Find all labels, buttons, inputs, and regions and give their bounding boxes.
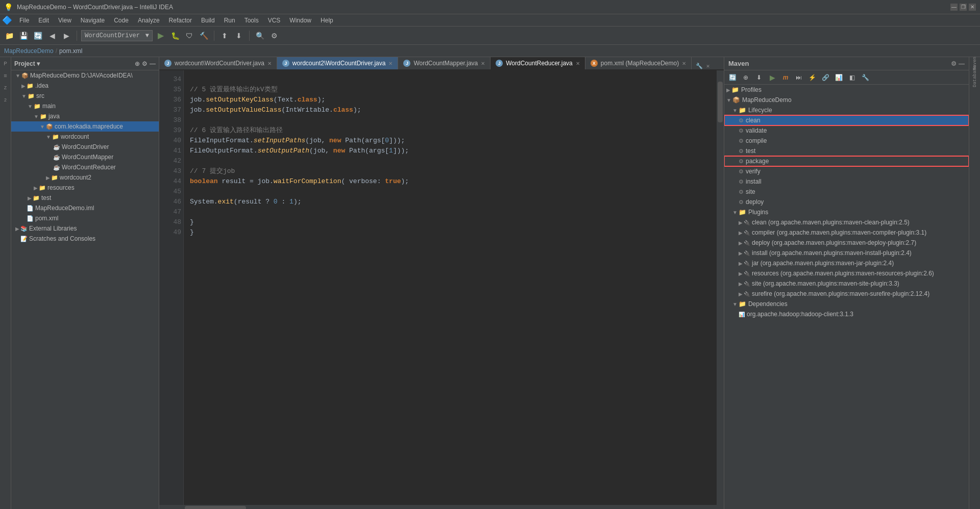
build-button[interactable]: 🔨 [198, 30, 210, 42]
maven-plugin-jar[interactable]: ▶ 🔌 jar (org.apache.maven.plugins:maven-… [724, 258, 969, 268]
project-icon[interactable]: P [1, 59, 10, 68]
maven-compile[interactable]: ⚙ compile [724, 136, 969, 146]
forward-button[interactable]: ▶ [60, 30, 72, 42]
coverage-button[interactable]: 🛡 [183, 30, 195, 42]
menu-build[interactable]: Build [197, 16, 219, 25]
tree-item-iml[interactable]: ▶ 📄 MapReduceDemo.iml [11, 203, 159, 213]
vcs-button[interactable]: ⬆ [218, 30, 231, 42]
maven-add-btn[interactable]: ⊕ [740, 71, 752, 84]
add-icon[interactable]: ⊕ [135, 60, 140, 67]
tree-item-wordcount2[interactable]: ▶ 📁 wordcount2 [11, 172, 159, 183]
menu-vcs[interactable]: VCS [264, 16, 285, 25]
tree-item-wordcount-driver[interactable]: ☕ WordCountDriver [11, 142, 159, 152]
run-config-dropdown[interactable]: WordCountDriver ▼ [81, 30, 153, 41]
vertical-scrollbar[interactable] [717, 70, 724, 505]
open-button[interactable]: 📁 [3, 30, 15, 42]
tree-item-wordcount-reducer[interactable]: ☕ WordCountReducer [11, 162, 159, 172]
maven-m-btn[interactable]: m [779, 71, 792, 84]
menu-refactor[interactable]: Refactor [165, 16, 196, 25]
tree-item-main[interactable]: ▼ 📁 main [11, 101, 159, 111]
maven-lifecycle[interactable]: ▼ 📁 Lifecycle [724, 105, 969, 115]
maven-skip-btn[interactable]: ⏭ [793, 71, 805, 84]
maven-verify[interactable]: ⚙ verify [724, 166, 969, 176]
menu-window[interactable]: Window [285, 16, 315, 25]
maven-dependencies[interactable]: ▼ 📁 Dependencies [724, 299, 969, 309]
maven-plugin-install[interactable]: ▶ 🔌 install (org.apache.maven.plugins:ma… [724, 248, 969, 258]
menu-help[interactable]: Help [316, 16, 337, 25]
tab-pom[interactable]: X pom.xml (MapReduceDemo) ✕ [585, 57, 692, 69]
tab-close-2[interactable]: ✕ [388, 61, 393, 66]
maven-run-btn[interactable]: ▶ [766, 71, 778, 84]
extra-icon[interactable]: 2 [1, 96, 10, 105]
maven-package[interactable]: ⚙ package [724, 156, 969, 166]
menu-analyze[interactable]: Analyze [134, 16, 164, 25]
update-button[interactable]: ⬇ [233, 30, 245, 42]
maven-clean[interactable]: ⚙ clean [724, 115, 969, 125]
maven-install[interactable]: ⚙ install [724, 176, 969, 187]
tab-close-1[interactable]: ✕ [267, 61, 272, 66]
tab-close-4[interactable]: ✕ [576, 61, 580, 66]
settings-button[interactable]: ⚙ [268, 30, 280, 42]
collapse-icon[interactable]: — [150, 60, 156, 67]
sync-button[interactable]: 🔄 [32, 30, 44, 42]
maven-deploy[interactable]: ⚙ deploy [724, 197, 969, 207]
maven-collapse-all-btn[interactable]: ◧ [846, 71, 858, 84]
maven-tool-btn[interactable]: 🔧 [859, 71, 871, 84]
breadcrumb-project[interactable]: MapReduceDemo [4, 47, 54, 55]
maven-test[interactable]: ⚙ test [724, 146, 969, 156]
breadcrumb-file[interactable]: pom.xml [59, 47, 82, 55]
minimize-button[interactable]: — [950, 4, 958, 11]
maven-plugin-compiler[interactable]: ▶ 🔌 compiler (org.apache.maven.plugins:m… [724, 227, 969, 238]
maven-dep-hadoop[interactable]: 📊 org.apache.hadoop:hadoop-client:3.1.3 [724, 309, 969, 319]
tab-close-3[interactable]: ✕ [481, 61, 485, 66]
maven-plugin-resources[interactable]: ▶ 🔌 resources (org.apache.maven.plugins:… [724, 268, 969, 278]
tab-wordcount2-driver[interactable]: J wordcount2\WordCountDriver.java ✕ [277, 57, 399, 69]
back-button[interactable]: ◀ [46, 30, 58, 42]
menu-navigate[interactable]: Navigate [77, 16, 109, 25]
settings-icon[interactable]: ⚙ [142, 60, 148, 67]
maven-collapse-icon[interactable]: — [959, 60, 965, 67]
menu-file[interactable]: File [15, 16, 33, 25]
maven-mapreduce[interactable]: ▼ 📦 MapReduceDemo [724, 95, 969, 105]
menu-edit[interactable]: Edit [34, 16, 53, 25]
maven-toggle-btn[interactable]: ⚡ [806, 71, 818, 84]
maven-refresh-btn[interactable]: 🔄 [726, 71, 739, 84]
menu-tools[interactable]: Tools [240, 16, 263, 25]
search-button[interactable]: 🔍 [254, 30, 266, 42]
maven-diagram-btn[interactable]: 📊 [832, 71, 845, 84]
maven-settings-icon[interactable]: ⚙ [951, 60, 957, 67]
maven-profiles[interactable]: ▶ 📁 Profiles [724, 85, 969, 95]
tree-item-wordcount-mapper[interactable]: ☕ WordCountMapper [11, 152, 159, 162]
database-side-icon[interactable]: Database [970, 71, 979, 81]
menu-code[interactable]: Code [110, 16, 133, 25]
horizontal-scrollbar[interactable] [159, 505, 724, 509]
tree-item-wordcount[interactable]: ▼ 📁 wordcount [11, 132, 159, 142]
maven-site[interactable]: ⚙ site [724, 187, 969, 197]
tree-item-test[interactable]: ▶ 📁 test [11, 193, 159, 203]
tab-wordcount-driver[interactable]: J wordcount\WordCountDriver.java ✕ [159, 57, 277, 69]
tree-item-src[interactable]: ▼ 📁 src [11, 91, 159, 101]
tab-close-5[interactable]: ✕ [682, 61, 686, 66]
restore-button[interactable]: ❐ [960, 4, 967, 11]
run-button[interactable]: ▶ [155, 30, 167, 42]
tree-item-java[interactable]: ▼ 📁 java [11, 111, 159, 121]
code-content[interactable]: // 5 设置最终输出的kV类型 job.setOutputKeyClass(T… [184, 70, 717, 505]
tree-item-resources[interactable]: ▶ 📁 resources [11, 183, 159, 193]
tree-item-pom[interactable]: ▶ 📄 pom.xml [11, 213, 159, 223]
tree-item-package[interactable]: ▼ 📦 com.leokadia.mapreduce [11, 121, 159, 132]
maven-plugin-deploy[interactable]: ▶ 🔌 deploy (org.apache.maven.plugins:mav… [724, 238, 969, 248]
close-button[interactable]: ✕ [969, 4, 976, 11]
tree-item-idea[interactable]: ▶ 📁 .idea [11, 81, 159, 91]
z-structure-icon[interactable]: Z [1, 84, 10, 93]
maven-plugin-surefire[interactable]: ▶ 🔌 surefire (org.apache.maven.plugins:m… [724, 289, 969, 299]
menu-run[interactable]: Run [220, 16, 239, 25]
maven-plugins[interactable]: ▼ 📁 Plugins [724, 207, 969, 217]
tab-mapper[interactable]: J WordCountMapper.java ✕ [398, 57, 491, 69]
maven-validate[interactable]: ⚙ validate [724, 125, 969, 136]
tree-item-external-libs[interactable]: ▶ 📚 External Libraries [11, 223, 159, 234]
debug-button[interactable]: 🐛 [169, 30, 181, 42]
maven-open-btn[interactable]: 🔗 [819, 71, 831, 84]
tree-item-mapreduce-root[interactable]: ▼ 📦 MapReduceDemo D:\JAVAcodeIDEA\ [11, 70, 159, 81]
maven-download-btn[interactable]: ⬇ [753, 71, 765, 84]
save-button[interactable]: 💾 [17, 30, 30, 42]
